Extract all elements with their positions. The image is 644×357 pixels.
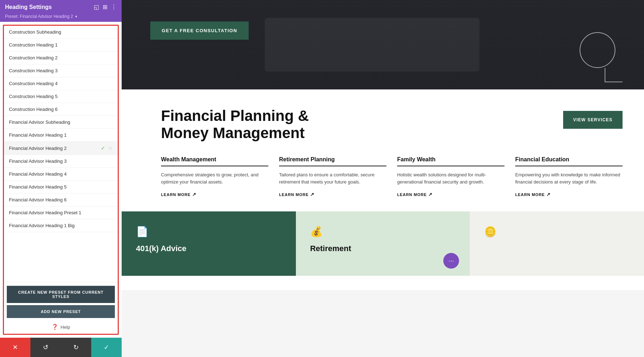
preset-item-label: Construction Heading 6 xyxy=(9,107,113,112)
service-divider xyxy=(161,166,268,166)
arrow-icon: ↗ xyxy=(546,192,551,197)
hero-section: GET A FREE CONSULTATION xyxy=(122,0,644,89)
list-item[interactable]: Financial Advisor Heading 1 xyxy=(4,129,118,142)
preset-list: Construction SubheadingConstruction Head… xyxy=(4,26,118,282)
help-row[interactable]: ❓ Help xyxy=(4,320,118,334)
redo-button[interactable]: ↻ xyxy=(61,338,91,357)
services-grid: Wealth ManagementComprehensive strategie… xyxy=(161,156,623,197)
list-item[interactable]: Financial Advisor Subheading xyxy=(4,116,118,129)
list-item[interactable]: Construction Heading 1 xyxy=(4,39,118,52)
preset-item-label: Construction Heading 4 xyxy=(9,81,113,86)
preset-actions: CREATE NEW PRESET FROM CURRENT STYLES AD… xyxy=(4,282,118,320)
service-card: Retirement PlanningTailored plans to ens… xyxy=(279,156,386,197)
arrow-icon: ↗ xyxy=(428,192,433,197)
cards-row: 📄401(k) Advice💰Retirement···🪙 xyxy=(122,211,644,276)
circle-arrow-decoration xyxy=(605,68,623,82)
help-label: Help xyxy=(60,324,70,330)
star-icon[interactable]: ☆ xyxy=(108,145,113,151)
service-card: Financial EducationEmpowering you with k… xyxy=(515,156,623,197)
close-button[interactable]: ✕ xyxy=(0,338,30,357)
confirm-icon: ✓ xyxy=(104,343,109,351)
learn-more-link[interactable]: LEARN MORE ↗ xyxy=(515,192,623,197)
service-description: Holistic wealth solutions designed for m… xyxy=(397,171,504,186)
preset-item-label: Financial Advisor Heading 4 xyxy=(9,171,113,177)
list-item[interactable]: Construction Heading 3 xyxy=(4,64,118,77)
card-icon: 💰 xyxy=(310,226,456,238)
preset-item-label: Construction Heading 2 xyxy=(9,55,113,60)
service-title: Wealth Management xyxy=(161,156,268,163)
main-heading: Financial Planning & Money Management xyxy=(161,107,309,142)
panel-header: Heading Settings ◱ ⊞ ⋮ xyxy=(0,0,122,13)
list-item[interactable]: Financial Advisor Heading 5 xyxy=(4,181,118,194)
preset-item-label: Financial Advisor Heading 5 xyxy=(9,184,113,190)
preset-item-label: Financial Advisor Heading 1 xyxy=(9,132,113,138)
panel-title: Heading Settings xyxy=(5,4,52,10)
service-divider xyxy=(279,166,386,166)
panel-toolbar: ✕ ↺ ↻ ✓ xyxy=(0,338,122,357)
undo-button[interactable]: ↺ xyxy=(30,338,61,357)
add-preset-button[interactable]: ADD NEW PRESET xyxy=(7,305,115,318)
view-services-button[interactable]: VIEW SERVICES xyxy=(563,111,623,129)
learn-more-link[interactable]: LEARN MORE ↗ xyxy=(161,192,268,197)
left-panel: Heading Settings ◱ ⊞ ⋮ Preset: Financial… xyxy=(0,0,122,357)
list-item[interactable]: Financial Advisor Heading 1 Big xyxy=(4,219,118,232)
hero-cta-button[interactable]: GET A FREE CONSULTATION xyxy=(150,21,249,40)
service-description: Empowering you with knowledge to make in… xyxy=(515,171,623,186)
preset-item-label: Financial Advisor Heading Preset 1 xyxy=(9,210,113,215)
list-item[interactable]: Financial Advisor Heading 3 xyxy=(4,155,118,168)
chat-bubble[interactable]: ··· xyxy=(443,253,459,269)
bottom-card: 📄401(k) Advice xyxy=(122,211,296,276)
card-icon: 📄 xyxy=(136,226,282,238)
card-title: Retirement xyxy=(310,244,456,253)
checkmark-icon: ✓ xyxy=(101,145,105,151)
service-card: Family WealthHolistic wealth solutions d… xyxy=(397,156,504,197)
service-title: Retirement Planning xyxy=(279,156,386,163)
arrow-icon: ↗ xyxy=(310,192,314,197)
service-divider xyxy=(397,166,504,166)
preset-item-label: Construction Heading 1 xyxy=(9,42,113,48)
preset-item-label: Financial Advisor Heading 6 xyxy=(9,197,113,202)
grid-icon[interactable]: ⊞ xyxy=(103,4,107,10)
more-icon[interactable]: ⋮ xyxy=(111,4,117,10)
preset-item-label: Financial Advisor Heading 2 xyxy=(9,146,101,151)
help-icon: ❓ xyxy=(52,324,58,330)
list-item[interactable]: Financial Advisor Heading 4 xyxy=(4,168,118,181)
close-icon: ✕ xyxy=(13,343,18,351)
chevron-down-icon: ▼ xyxy=(74,15,78,19)
service-card: Wealth ManagementComprehensive strategie… xyxy=(161,156,268,197)
preset-item-icons: ✓☆ xyxy=(101,145,113,151)
learn-more-link[interactable]: LEARN MORE ↗ xyxy=(279,192,386,197)
list-item[interactable]: Construction Heading 2 xyxy=(4,52,118,64)
card-title: 401(k) Advice xyxy=(136,244,282,253)
arrow-icon: ↗ xyxy=(192,192,196,197)
main-content: Financial Planning & Money Management VI… xyxy=(122,89,644,290)
list-item[interactable]: Financial Advisor Heading 2✓☆ xyxy=(4,142,118,155)
preset-item-label: Construction Subheading xyxy=(9,29,113,35)
preset-label[interactable]: Preset: Financial Advisor Heading 2 ▼ xyxy=(5,14,78,19)
preset-item-label: Construction Heading 3 xyxy=(9,68,113,73)
list-item[interactable]: Financial Advisor Heading Preset 1 xyxy=(4,206,118,219)
create-preset-button[interactable]: CREATE NEW PRESET FROM CURRENT STYLES xyxy=(7,286,115,303)
preset-row: Preset: Financial Advisor Heading 2 ▼ xyxy=(0,13,122,22)
learn-more-link[interactable]: LEARN MORE ↗ xyxy=(397,192,504,197)
list-item[interactable]: Construction Heading 6 xyxy=(4,103,118,116)
bottom-card: 💰Retirement··· xyxy=(296,211,470,276)
preset-item-label: Financial Advisor Heading 1 Big xyxy=(9,223,113,228)
confirm-button[interactable]: ✓ xyxy=(91,338,122,357)
section-top: Financial Planning & Money Management VI… xyxy=(161,107,623,142)
preset-item-label: Financial Advisor Subheading xyxy=(9,119,113,125)
undo-icon: ↺ xyxy=(43,343,48,351)
service-description: Comprehensive strategies to grow, protec… xyxy=(161,171,268,186)
header-icons: ◱ ⊞ ⋮ xyxy=(94,4,117,10)
list-item[interactable]: Construction Subheading xyxy=(4,26,118,39)
list-item[interactable]: Construction Heading 5 xyxy=(4,90,118,103)
list-item[interactable]: Construction Heading 4 xyxy=(4,77,118,90)
list-item[interactable]: Financial Advisor Heading 6 xyxy=(4,194,118,206)
circle-decoration xyxy=(580,32,615,68)
redo-icon: ↻ xyxy=(73,343,79,351)
preset-item-label: Construction Heading 5 xyxy=(9,94,113,99)
preset-item-label: Financial Advisor Heading 3 xyxy=(9,158,113,164)
focus-icon[interactable]: ◱ xyxy=(94,4,99,10)
service-title: Financial Education xyxy=(515,156,623,163)
service-divider xyxy=(515,166,623,166)
